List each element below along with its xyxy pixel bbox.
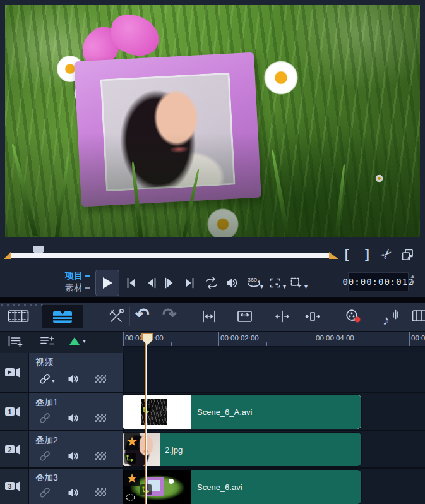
redo-button[interactable]: ↷ [162, 306, 177, 323]
undo-button[interactable]: ↶ [135, 306, 150, 323]
video-track-lane[interactable] [124, 353, 425, 392]
previous-frame-button[interactable] [144, 276, 159, 292]
track-row-overlay3: 3 叠加3 ★ [0, 469, 425, 504]
track-label: 叠加1 [35, 397, 58, 409]
overlay2-track-button[interactable]: 2 [0, 431, 28, 467]
spin-down-icon[interactable]: ▼ [410, 280, 416, 286]
link-toggle[interactable] [38, 372, 52, 388]
selection-tool-button[interactable] [289, 276, 304, 292]
overlay-track-icon: 3 [4, 479, 24, 493]
clip-mode-toggle[interactable]: 素材 [61, 282, 90, 294]
track-transparency-button[interactable] [95, 488, 106, 496]
timeline-view-icon [52, 309, 73, 325]
link-dropdown-caret[interactable]: ▾ [52, 378, 55, 384]
vignette [5, 5, 420, 237]
video-track-header: 视频 ▾ [29, 353, 123, 392]
star-icon: ★ [126, 472, 138, 484]
aspect-dropdown-caret[interactable]: ▾ [283, 284, 286, 290]
ruler-substrip [123, 347, 425, 353]
overlay3-track-button[interactable]: 3 [0, 469, 28, 504]
loop-playback-button[interactable] [203, 276, 220, 292]
link-toggle[interactable] [38, 449, 52, 465]
overlay1-track-header: 叠加1 [29, 393, 123, 430]
mask-badge [124, 493, 136, 502]
preview-player[interactable] [5, 5, 420, 237]
mute-track-button[interactable] [67, 412, 80, 427]
fit-project-to-window-button[interactable] [201, 309, 217, 327]
panel-divider [0, 297, 425, 303]
mark-in-button[interactable]: [ [345, 248, 349, 260]
sound-mixer-button[interactable] [412, 308, 425, 327]
add-remove-track-button[interactable] [39, 334, 56, 352]
clip-name: Scene_6.avi [197, 483, 242, 492]
play-button[interactable] [95, 270, 119, 296]
mute-track-button[interactable] [67, 450, 80, 465]
record-capture-button[interactable] [345, 308, 362, 327]
ripple-edit-button[interactable] [274, 309, 290, 327]
video-camera-icon [4, 366, 24, 380]
mute-track-button[interactable] [67, 486, 80, 501]
timeline-view-button[interactable] [42, 305, 83, 328]
aspect-ratio-button[interactable] [268, 276, 283, 292]
clip-scene-6[interactable]: ★ Scene_6.avi [123, 470, 361, 504]
split-clip-icon[interactable]: ✂ [378, 246, 395, 262]
overlay2-track-header: 叠加2 [29, 431, 123, 467]
ruler-tick-label: 00:00:06:00 [411, 334, 425, 342]
link-toggle[interactable] [38, 486, 52, 502]
green-triangle-icon [69, 337, 80, 345]
timecode-display[interactable]: 00:00:00:012 [348, 272, 409, 291]
toolbar-separator [129, 307, 130, 326]
clip-2-jpg[interactable]: ★ 2.jpg [123, 433, 361, 466]
overlay1-track-button[interactable]: 1 [0, 393, 28, 430]
track-number: 3 [8, 483, 12, 490]
track-transparency-button[interactable] [95, 375, 106, 383]
timecode-value: 00:00:00:012 [342, 277, 414, 287]
track-number: 1 [8, 409, 12, 416]
link-toggle[interactable] [38, 411, 52, 428]
track-number: 2 [8, 446, 12, 453]
panel-drag-handle[interactable] [1, 304, 43, 306]
clip-name: 2.jpg [165, 445, 183, 454]
auto-music-button[interactable]: ♪ [383, 308, 400, 327]
timeline-toolbar: ↶ ↷ ♪ [0, 303, 425, 332]
preview-scrubber[interactable] [11, 253, 329, 258]
selection-dropdown-caret[interactable]: ▾ [304, 284, 308, 290]
project-mode-label: 项目 [65, 270, 83, 282]
track-manager-button[interactable] [8, 334, 24, 352]
track-resize-button[interactable] [304, 309, 321, 327]
project-mode-toggle[interactable]: 项目 [61, 270, 90, 282]
trim-start-handle[interactable] [4, 252, 11, 259]
storyboard-view-button[interactable] [8, 309, 29, 327]
360-dropdown-caret[interactable]: ▾ [260, 284, 263, 290]
go-to-end-button[interactable] [182, 276, 197, 292]
mini-daisy [169, 479, 174, 484]
timeline-playhead-line [145, 342, 147, 504]
track-row-video: 视频 ▾ [0, 353, 425, 392]
timeline-ruler[interactable]: 00:00:00:00 00:00:02:00 00:00:04:00 00:0… [123, 332, 425, 347]
mark-out-button[interactable]: ] [365, 248, 369, 260]
transform-badge [124, 453, 136, 464]
play-icon [103, 277, 112, 289]
project-mode-indicator [85, 275, 90, 277]
mute-track-button[interactable] [67, 373, 80, 388]
next-frame-button[interactable] [162, 276, 177, 292]
video-track-button[interactable] [0, 353, 28, 392]
project-duration-button[interactable] [236, 309, 253, 327]
mix-tools-icon[interactable] [107, 308, 126, 328]
track-transparency-button[interactable] [95, 414, 106, 422]
track-row-overlay2: 2 叠加2 ★ 2.jpg [0, 431, 425, 467]
volume-button[interactable] [225, 276, 240, 292]
trim-end-handle[interactable] [329, 252, 338, 259]
go-to-start-button[interactable] [124, 276, 139, 292]
track-filter-dropdown[interactable]: ▾ [69, 337, 86, 345]
track-transparency-button[interactable] [95, 452, 106, 460]
ruler-tick-label: 00:00:04:00 [316, 334, 354, 342]
timecode-spinner[interactable]: ▲ ▼ [410, 273, 416, 286]
video-editor-window: [ ] ✂ 项目 素材 360 ▾ ▾ [0, 0, 425, 504]
track-tools-strip: ▾ [0, 332, 122, 353]
note-icon: ♪ [383, 312, 390, 328]
overlay-track-icon: 2 [4, 443, 24, 457]
clip-scene-6-a[interactable]: Scene_6_A.avi [123, 395, 361, 429]
track-filter-caret: ▾ [83, 338, 86, 344]
enlarge-preview-icon[interactable] [400, 248, 416, 265]
